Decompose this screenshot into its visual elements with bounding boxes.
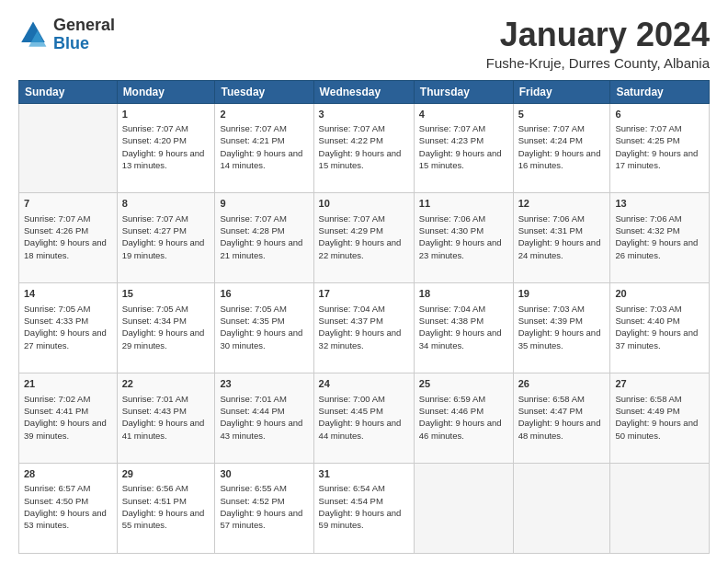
sunset-text: Sunset: 4:52 PM (220, 495, 308, 507)
sunset-text: Sunset: 4:20 PM (122, 134, 210, 146)
sunrise-text: Sunrise: 7:07 AM (319, 122, 409, 134)
calendar-cell: 4Sunrise: 7:07 AMSunset: 4:23 PMDaylight… (414, 103, 513, 193)
calendar-cell: 16Sunrise: 7:05 AMSunset: 4:35 PMDayligh… (215, 283, 313, 373)
daylight-text: Daylight: 9 hours and 48 minutes. (518, 417, 606, 442)
day-number: 3 (319, 108, 409, 121)
sunset-text: Sunset: 4:24 PM (518, 134, 606, 146)
daylight-text: Daylight: 9 hours and 30 minutes. (220, 327, 308, 351)
daylight-text: Daylight: 9 hours and 27 minutes. (24, 327, 112, 351)
month-title: January 2024 (486, 17, 710, 53)
calendar-cell: 28Sunrise: 6:57 AMSunset: 4:50 PMDayligh… (19, 464, 118, 554)
calendar-cell: 9Sunrise: 7:07 AMSunset: 4:28 PMDaylight… (215, 193, 313, 283)
sunset-text: Sunset: 4:26 PM (24, 224, 112, 236)
calendar-cell: 18Sunrise: 7:04 AMSunset: 4:38 PMDayligh… (414, 283, 513, 373)
sunset-text: Sunset: 4:38 PM (419, 315, 508, 327)
daylight-text: Daylight: 9 hours and 39 minutes. (24, 417, 112, 442)
sunset-text: Sunset: 4:35 PM (220, 315, 308, 327)
location-title: Fushe-Kruje, Durres County, Albania (486, 55, 710, 71)
daylight-text: Daylight: 9 hours and 32 minutes. (319, 327, 409, 351)
day-number: 1 (122, 108, 210, 121)
day-number: 2 (220, 108, 308, 121)
day-number: 31 (319, 467, 409, 481)
day-number: 10 (319, 197, 409, 211)
sunset-text: Sunset: 4:50 PM (24, 495, 112, 507)
sunrise-text: Sunrise: 6:55 AM (220, 482, 308, 494)
daylight-text: Daylight: 9 hours and 22 minutes. (319, 236, 409, 261)
calendar-cell (610, 464, 710, 554)
day-number: 24 (319, 377, 409, 391)
sunset-text: Sunset: 4:49 PM (615, 405, 704, 417)
calendar-cell: 1Sunrise: 7:07 AMSunset: 4:20 PMDaylight… (117, 103, 215, 193)
sunrise-text: Sunrise: 7:02 AM (24, 393, 112, 405)
col-thursday: Thursday (414, 80, 513, 103)
sunset-text: Sunset: 4:44 PM (220, 405, 308, 417)
daylight-text: Daylight: 9 hours and 46 minutes. (419, 417, 508, 442)
sunset-text: Sunset: 4:33 PM (24, 315, 112, 327)
sunrise-text: Sunrise: 7:07 AM (24, 213, 112, 224)
sunset-text: Sunset: 4:22 PM (319, 134, 409, 146)
sunrise-text: Sunrise: 6:57 AM (24, 482, 112, 494)
col-sunday: Sunday (19, 80, 118, 103)
calendar-week-row: 21Sunrise: 7:02 AMSunset: 4:41 PMDayligh… (19, 373, 710, 464)
day-number: 18 (419, 287, 508, 301)
col-monday: Monday (117, 80, 215, 103)
sunset-text: Sunset: 4:31 PM (518, 224, 606, 236)
sunset-text: Sunset: 4:32 PM (615, 224, 704, 236)
sunset-text: Sunset: 4:30 PM (419, 224, 508, 236)
calendar-cell: 10Sunrise: 7:07 AMSunset: 4:29 PMDayligh… (313, 193, 414, 283)
col-tuesday: Tuesday (215, 80, 313, 103)
sunset-text: Sunset: 4:45 PM (319, 405, 409, 417)
sunrise-text: Sunrise: 7:07 AM (220, 213, 308, 224)
calendar-cell: 24Sunrise: 7:00 AMSunset: 4:45 PMDayligh… (313, 373, 414, 464)
sunrise-text: Sunrise: 6:54 AM (319, 482, 409, 494)
sunrise-text: Sunrise: 7:06 AM (419, 213, 508, 224)
day-number: 22 (122, 377, 210, 391)
day-number: 9 (220, 197, 308, 211)
calendar-cell: 17Sunrise: 7:04 AMSunset: 4:37 PMDayligh… (313, 283, 414, 373)
day-number: 27 (615, 377, 704, 391)
calendar-cell: 31Sunrise: 6:54 AMSunset: 4:54 PMDayligh… (313, 464, 414, 554)
daylight-text: Daylight: 9 hours and 18 minutes. (24, 236, 112, 261)
sunrise-text: Sunrise: 7:03 AM (615, 303, 704, 315)
calendar-cell (19, 103, 118, 193)
sunset-text: Sunset: 4:29 PM (319, 224, 409, 236)
sunrise-text: Sunrise: 7:03 AM (518, 303, 606, 315)
calendar-cell: 12Sunrise: 7:06 AMSunset: 4:31 PMDayligh… (513, 193, 610, 283)
logo-icon (18, 20, 48, 50)
sunrise-text: Sunrise: 7:04 AM (419, 303, 508, 315)
day-number: 21 (24, 377, 112, 391)
sunset-text: Sunset: 4:25 PM (615, 134, 704, 146)
sunrise-text: Sunrise: 7:01 AM (220, 393, 308, 405)
sunset-text: Sunset: 4:46 PM (419, 405, 508, 417)
calendar-cell (414, 464, 513, 554)
calendar-cell: 6Sunrise: 7:07 AMSunset: 4:25 PMDaylight… (610, 103, 710, 193)
calendar-cell: 19Sunrise: 7:03 AMSunset: 4:39 PMDayligh… (513, 283, 610, 373)
day-number: 30 (220, 467, 308, 481)
daylight-text: Daylight: 9 hours and 16 minutes. (518, 147, 606, 172)
sunrise-text: Sunrise: 7:05 AM (122, 303, 210, 315)
daylight-text: Daylight: 9 hours and 57 minutes. (220, 507, 308, 532)
sunrise-text: Sunrise: 7:07 AM (319, 213, 409, 224)
sunrise-text: Sunrise: 7:00 AM (319, 393, 409, 405)
daylight-text: Daylight: 9 hours and 19 minutes. (122, 236, 210, 261)
logo: General Blue (18, 17, 115, 53)
calendar-cell: 15Sunrise: 7:05 AMSunset: 4:34 PMDayligh… (117, 283, 215, 373)
sunrise-text: Sunrise: 7:04 AM (319, 303, 409, 315)
sunrise-text: Sunrise: 6:58 AM (518, 393, 606, 405)
page: General Blue January 2024 Fushe-Kruje, D… (0, 0, 728, 563)
day-number: 25 (419, 377, 508, 391)
day-number: 12 (518, 197, 606, 211)
calendar-cell: 11Sunrise: 7:06 AMSunset: 4:30 PMDayligh… (414, 193, 513, 283)
sunset-text: Sunset: 4:54 PM (319, 495, 409, 507)
day-number: 23 (220, 377, 308, 391)
calendar-cell: 13Sunrise: 7:06 AMSunset: 4:32 PMDayligh… (610, 193, 710, 283)
sunset-text: Sunset: 4:40 PM (615, 315, 704, 327)
day-number: 8 (122, 197, 210, 211)
calendar-week-row: 7Sunrise: 7:07 AMSunset: 4:26 PMDaylight… (19, 193, 710, 283)
calendar-cell: 14Sunrise: 7:05 AMSunset: 4:33 PMDayligh… (19, 283, 118, 373)
sunrise-text: Sunrise: 7:05 AM (220, 303, 308, 315)
day-number: 19 (518, 287, 606, 301)
daylight-text: Daylight: 9 hours and 41 minutes. (122, 417, 210, 442)
col-saturday: Saturday (610, 80, 710, 103)
calendar-cell: 3Sunrise: 7:07 AMSunset: 4:22 PMDaylight… (313, 103, 414, 193)
